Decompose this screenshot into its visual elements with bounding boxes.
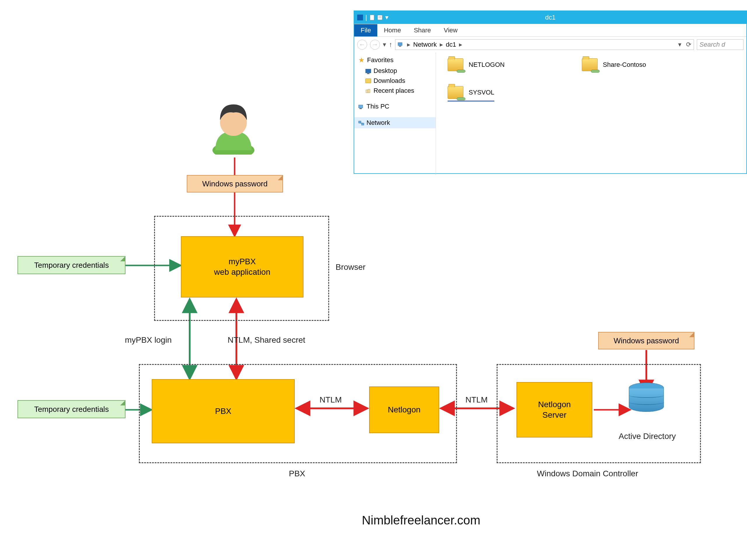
note-text: Windows password	[202, 179, 267, 188]
window-title: dc1	[545, 14, 555, 21]
label-ntlm-1: NTLM	[319, 395, 342, 404]
note-text: Temporary credentials	[34, 261, 109, 270]
svg-rect-14	[378, 15, 382, 20]
box-netlogon: Netlogon	[369, 386, 439, 433]
sidebar-this-pc[interactable]: This PC	[357, 101, 433, 112]
network-pc-icon	[398, 42, 404, 47]
tab-share[interactable]: Share	[407, 24, 437, 36]
frame-browser-label: Browser	[336, 263, 366, 272]
note-temp-creds-1: Temporary credentials	[18, 256, 126, 274]
svg-rect-12	[357, 15, 363, 20]
note-windows-password-top: Windows password	[187, 175, 283, 192]
properties-icon[interactable]	[377, 15, 383, 20]
shared-folder-icon	[447, 86, 463, 99]
label-mypbx-login: myPBX login	[125, 336, 172, 345]
svg-rect-20	[367, 73, 369, 74]
netlogon-text: Netlogon	[388, 405, 420, 415]
folder-share-contoso[interactable]: Share-Contoso	[582, 58, 646, 71]
address-bar[interactable]: ▸ Network ▸ dc1 ▸ ▾ ⟳	[395, 39, 694, 50]
desktop-icon	[365, 68, 371, 74]
label-ntlm-shared-secret: NTLM, Shared secret	[228, 336, 305, 345]
footer-text: Nimblefreelancer.com	[362, 513, 480, 527]
frame-pbx-label: PBX	[289, 469, 305, 478]
folder-netlogon[interactable]: NETLOGON	[447, 58, 505, 71]
sidebar-item-desktop[interactable]: Desktop	[357, 66, 433, 76]
app-icon	[357, 15, 363, 20]
folder-icon	[365, 78, 371, 83]
sidebar-item-downloads[interactable]: Downloads	[357, 76, 433, 86]
netlogon-server-l2: Server	[542, 410, 566, 420]
shared-folder-icon	[447, 58, 463, 71]
box-pbx: PBX	[152, 379, 295, 443]
mypbx-line2: web application	[214, 267, 270, 277]
db-label: Active Directory	[619, 432, 676, 441]
nav-forward-button[interactable]: →	[370, 40, 380, 50]
box-netlogon-server: Netlogon Server	[516, 382, 592, 437]
explorer-address-row: ← → ▾ ↑ ▸ Network ▸ dc1 ▸ ▾ ⟳ Search d	[354, 37, 746, 53]
note-temp-creds-2: Temporary credentials	[18, 400, 126, 418]
sidebar-item-label: Recent places	[374, 87, 414, 95]
sidebar-network[interactable]: Network	[354, 117, 436, 128]
note-windows-password-right: Windows password	[598, 332, 694, 349]
mypbx-line1: myPBX	[229, 257, 256, 267]
star-icon: ★	[358, 56, 365, 64]
sidebar-this-pc-label: This PC	[366, 103, 389, 110]
sidebar-network-label: Network	[366, 119, 390, 127]
explorer-window: | ▾ dc1 File Home Share View ← → ▾ ↑ ▸ N…	[354, 10, 747, 174]
note-text: Temporary credentials	[34, 405, 109, 414]
newdoc-icon[interactable]	[369, 15, 375, 20]
nav-up-button[interactable]: ↑	[389, 41, 392, 48]
folder-label: Share-Contoso	[603, 61, 646, 69]
frame-wdc-label: Windows Domain Controller	[537, 469, 638, 478]
svg-rect-13	[370, 15, 374, 20]
svg-rect-23	[359, 105, 363, 108]
svg-rect-18	[399, 46, 401, 47]
sidebar-favorites-label: Favorites	[367, 56, 393, 64]
netlogon-server-l1: Netlogon	[538, 399, 571, 410]
svg-rect-21	[366, 90, 368, 93]
nav-recent-dropdown[interactable]: ▾	[383, 41, 386, 48]
sidebar-item-recent[interactable]: Recent places	[357, 86, 433, 96]
shared-folder-icon	[582, 58, 598, 71]
svg-rect-22	[368, 89, 370, 93]
nav-back-button[interactable]: ←	[357, 40, 367, 50]
search-placeholder: Search d	[699, 41, 725, 48]
explorer-main[interactable]: NETLOGON SYSVOL Share-Contoso	[436, 53, 746, 175]
svg-rect-17	[398, 43, 402, 46]
explorer-ribbon: File Home Share View	[354, 24, 746, 37]
refresh-icon[interactable]: ⟳	[686, 41, 691, 48]
tab-file[interactable]: File	[354, 24, 377, 36]
tab-view[interactable]: View	[437, 24, 464, 36]
pc-icon	[358, 104, 364, 109]
recent-icon	[365, 88, 371, 93]
pbx-text: PBX	[215, 407, 231, 416]
svg-rect-26	[362, 123, 364, 125]
explorer-sidebar: ★ Favorites Desktop Downloads	[354, 53, 436, 175]
folder-sysvol[interactable]: SYSVOL	[447, 86, 494, 102]
box-mypbx-web-app: myPBX web application	[181, 236, 304, 297]
folder-label: SYSVOL	[469, 89, 494, 96]
db-cylinder-icon	[629, 394, 664, 426]
breadcrumb-network[interactable]: Network	[413, 41, 437, 48]
folder-label: NETLOGON	[469, 61, 505, 69]
note-text: Windows password	[614, 336, 679, 345]
tab-home[interactable]: Home	[377, 24, 407, 36]
sidebar-item-label: Downloads	[374, 77, 405, 85]
avatar	[210, 96, 257, 155]
breadcrumb-dc1[interactable]: dc1	[446, 41, 456, 48]
label-ntlm-2: NTLM	[465, 395, 488, 404]
sidebar-item-label: Desktop	[374, 67, 397, 75]
svg-rect-25	[359, 121, 361, 123]
search-input[interactable]: Search d	[697, 39, 744, 50]
sidebar-favorites[interactable]: ★ Favorites	[357, 54, 433, 66]
network-icon	[358, 120, 364, 126]
explorer-titlebar[interactable]: | ▾ dc1	[354, 11, 746, 24]
svg-rect-19	[366, 69, 371, 73]
svg-rect-24	[360, 108, 362, 109]
